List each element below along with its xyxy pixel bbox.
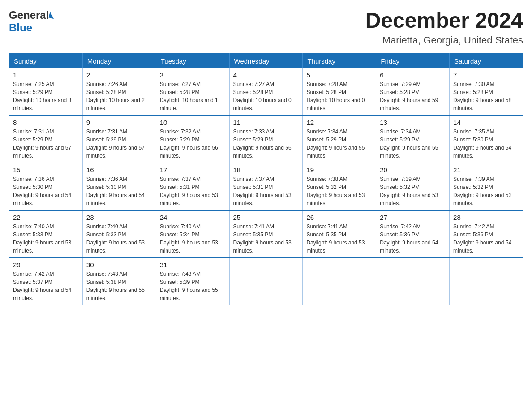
calendar-cell: 8Sunrise: 7:31 AMSunset: 5:29 PMDaylight… bbox=[9, 116, 83, 163]
calendar-cell: 30Sunrise: 7:43 AMSunset: 5:38 PMDayligh… bbox=[82, 258, 156, 305]
day-info: Sunrise: 7:29 AMSunset: 5:28 PMDaylight:… bbox=[380, 80, 446, 112]
header-monday: Monday bbox=[82, 53, 156, 68]
day-info: Sunrise: 7:41 AMSunset: 5:35 PMDaylight:… bbox=[233, 223, 299, 255]
header-sunday: Sunday bbox=[9, 53, 83, 68]
logo-blue-text: Blue bbox=[9, 21, 32, 34]
week-row-3: 15Sunrise: 7:36 AMSunset: 5:30 PMDayligh… bbox=[9, 163, 523, 210]
page-header: General Blue December 2024 Marietta, Geo… bbox=[9, 9, 523, 46]
day-info: Sunrise: 7:38 AMSunset: 5:32 PMDaylight:… bbox=[306, 175, 372, 207]
logo-general-text: General bbox=[9, 9, 49, 21]
day-number: 14 bbox=[453, 119, 519, 126]
calendar-cell: 28Sunrise: 7:42 AMSunset: 5:36 PMDayligh… bbox=[450, 210, 523, 258]
day-number: 9 bbox=[86, 119, 152, 126]
day-info: Sunrise: 7:39 AMSunset: 5:32 PMDaylight:… bbox=[380, 175, 446, 207]
title-block: December 2024 Marietta, Georgia, United … bbox=[365, 9, 523, 46]
day-number: 4 bbox=[233, 71, 299, 79]
calendar-cell: 14Sunrise: 7:35 AMSunset: 5:30 PMDayligh… bbox=[450, 116, 523, 163]
calendar-cell: 22Sunrise: 7:40 AMSunset: 5:33 PMDayligh… bbox=[9, 210, 83, 258]
day-info: Sunrise: 7:41 AMSunset: 5:35 PMDaylight:… bbox=[306, 223, 372, 255]
day-number: 29 bbox=[13, 261, 79, 269]
header-row: SundayMondayTuesdayWednesdayThursdayFrid… bbox=[9, 53, 523, 68]
day-number: 11 bbox=[233, 119, 299, 126]
calendar-cell: 31Sunrise: 7:43 AMSunset: 5:39 PMDayligh… bbox=[156, 258, 229, 305]
calendar-cell bbox=[229, 258, 303, 305]
day-number: 12 bbox=[306, 119, 372, 126]
day-info: Sunrise: 7:28 AMSunset: 5:28 PMDaylight:… bbox=[306, 80, 372, 112]
day-number: 25 bbox=[233, 214, 299, 221]
day-info: Sunrise: 7:32 AMSunset: 5:29 PMDaylight:… bbox=[160, 128, 226, 160]
logo-line1: General bbox=[9, 9, 55, 21]
week-row-2: 8Sunrise: 7:31 AMSunset: 5:29 PMDaylight… bbox=[9, 116, 523, 163]
day-number: 5 bbox=[306, 71, 372, 79]
calendar-cell: 6Sunrise: 7:29 AMSunset: 5:28 PMDaylight… bbox=[376, 68, 450, 116]
day-number: 18 bbox=[233, 166, 299, 174]
day-number: 8 bbox=[13, 119, 79, 126]
calendar-cell: 7Sunrise: 7:30 AMSunset: 5:28 PMDaylight… bbox=[450, 68, 523, 116]
calendar-cell: 19Sunrise: 7:38 AMSunset: 5:32 PMDayligh… bbox=[303, 163, 376, 210]
day-number: 23 bbox=[86, 214, 152, 221]
day-info: Sunrise: 7:40 AMSunset: 5:33 PMDaylight:… bbox=[13, 223, 79, 255]
header-wednesday: Wednesday bbox=[229, 53, 303, 68]
day-info: Sunrise: 7:26 AMSunset: 5:28 PMDaylight:… bbox=[86, 80, 152, 112]
calendar-cell bbox=[450, 258, 523, 305]
day-info: Sunrise: 7:40 AMSunset: 5:33 PMDaylight:… bbox=[86, 223, 152, 255]
header-tuesday: Tuesday bbox=[156, 53, 229, 68]
day-number: 31 bbox=[160, 261, 226, 269]
calendar-cell: 2Sunrise: 7:26 AMSunset: 5:28 PMDaylight… bbox=[82, 68, 156, 116]
calendar-cell: 12Sunrise: 7:34 AMSunset: 5:29 PMDayligh… bbox=[303, 116, 376, 163]
header-friday: Friday bbox=[376, 53, 450, 68]
day-info: Sunrise: 7:43 AMSunset: 5:38 PMDaylight:… bbox=[86, 270, 152, 302]
calendar-cell: 1Sunrise: 7:25 AMSunset: 5:29 PMDaylight… bbox=[9, 68, 83, 116]
day-number: 27 bbox=[380, 214, 446, 221]
day-info: Sunrise: 7:33 AMSunset: 5:29 PMDaylight:… bbox=[233, 128, 299, 160]
calendar-cell: 27Sunrise: 7:42 AMSunset: 5:36 PMDayligh… bbox=[376, 210, 450, 258]
calendar-cell: 20Sunrise: 7:39 AMSunset: 5:32 PMDayligh… bbox=[376, 163, 450, 210]
day-number: 20 bbox=[380, 166, 446, 174]
header-saturday: Saturday bbox=[450, 53, 523, 68]
day-number: 15 bbox=[13, 166, 79, 174]
calendar-cell: 3Sunrise: 7:27 AMSunset: 5:28 PMDaylight… bbox=[156, 68, 229, 116]
day-number: 22 bbox=[13, 214, 79, 221]
day-info: Sunrise: 7:42 AMSunset: 5:37 PMDaylight:… bbox=[13, 270, 79, 302]
day-info: Sunrise: 7:37 AMSunset: 5:31 PMDaylight:… bbox=[233, 175, 299, 207]
day-number: 2 bbox=[86, 71, 152, 79]
calendar-cell: 11Sunrise: 7:33 AMSunset: 5:29 PMDayligh… bbox=[229, 116, 303, 163]
day-number: 19 bbox=[306, 166, 372, 174]
calendar-body: 1Sunrise: 7:25 AMSunset: 5:29 PMDaylight… bbox=[9, 68, 523, 305]
day-number: 10 bbox=[160, 119, 226, 126]
day-number: 26 bbox=[306, 214, 372, 221]
page-subtitle: Marietta, Georgia, United States bbox=[365, 34, 523, 46]
calendar-cell: 4Sunrise: 7:27 AMSunset: 5:28 PMDaylight… bbox=[229, 68, 303, 116]
calendar-cell: 5Sunrise: 7:28 AMSunset: 5:28 PMDaylight… bbox=[303, 68, 376, 116]
day-info: Sunrise: 7:43 AMSunset: 5:39 PMDaylight:… bbox=[160, 270, 226, 302]
calendar-cell: 15Sunrise: 7:36 AMSunset: 5:30 PMDayligh… bbox=[9, 163, 83, 210]
day-info: Sunrise: 7:31 AMSunset: 5:29 PMDaylight:… bbox=[13, 128, 79, 160]
day-info: Sunrise: 7:35 AMSunset: 5:30 PMDaylight:… bbox=[453, 128, 519, 160]
day-info: Sunrise: 7:34 AMSunset: 5:29 PMDaylight:… bbox=[306, 128, 372, 160]
day-info: Sunrise: 7:36 AMSunset: 5:30 PMDaylight:… bbox=[13, 175, 79, 207]
calendar-cell bbox=[376, 258, 450, 305]
calendar-cell: 16Sunrise: 7:36 AMSunset: 5:30 PMDayligh… bbox=[82, 163, 156, 210]
day-info: Sunrise: 7:42 AMSunset: 5:36 PMDaylight:… bbox=[453, 223, 519, 255]
day-info: Sunrise: 7:34 AMSunset: 5:29 PMDaylight:… bbox=[380, 128, 446, 160]
day-info: Sunrise: 7:37 AMSunset: 5:31 PMDaylight:… bbox=[160, 175, 226, 207]
day-number: 1 bbox=[13, 71, 79, 79]
day-number: 24 bbox=[160, 214, 226, 221]
calendar-header: SundayMondayTuesdayWednesdayThursdayFrid… bbox=[9, 53, 523, 68]
day-number: 6 bbox=[380, 71, 446, 79]
week-row-5: 29Sunrise: 7:42 AMSunset: 5:37 PMDayligh… bbox=[9, 258, 523, 305]
calendar-cell: 23Sunrise: 7:40 AMSunset: 5:33 PMDayligh… bbox=[82, 210, 156, 258]
calendar-cell: 25Sunrise: 7:41 AMSunset: 5:35 PMDayligh… bbox=[229, 210, 303, 258]
day-info: Sunrise: 7:40 AMSunset: 5:34 PMDaylight:… bbox=[160, 223, 226, 255]
day-info: Sunrise: 7:30 AMSunset: 5:28 PMDaylight:… bbox=[453, 80, 519, 112]
calendar-cell: 10Sunrise: 7:32 AMSunset: 5:29 PMDayligh… bbox=[156, 116, 229, 163]
week-row-1: 1Sunrise: 7:25 AMSunset: 5:29 PMDaylight… bbox=[9, 68, 523, 116]
calendar-cell: 24Sunrise: 7:40 AMSunset: 5:34 PMDayligh… bbox=[156, 210, 229, 258]
day-info: Sunrise: 7:39 AMSunset: 5:32 PMDaylight:… bbox=[453, 175, 519, 207]
logo-arrow-icon bbox=[49, 12, 56, 19]
day-number: 13 bbox=[380, 119, 446, 126]
day-number: 16 bbox=[86, 166, 152, 174]
logo: General Blue bbox=[9, 9, 55, 34]
calendar-cell bbox=[303, 258, 376, 305]
day-info: Sunrise: 7:27 AMSunset: 5:28 PMDaylight:… bbox=[233, 80, 299, 112]
